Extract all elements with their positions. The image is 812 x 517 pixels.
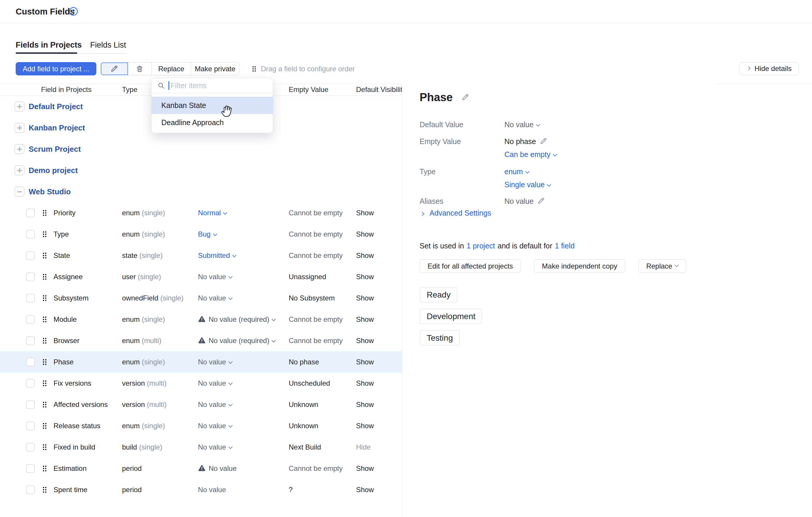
replace-button[interactable]: Replace xyxy=(151,62,191,75)
field-value-chip[interactable]: Ready xyxy=(420,287,457,302)
field-value-chip[interactable]: Development xyxy=(420,309,482,324)
visibility-cell[interactable]: Show xyxy=(356,309,374,330)
field-row[interactable]: Browser enum (multi) No value (required)… xyxy=(0,330,402,351)
drag-handle-icon[interactable] xyxy=(41,401,49,408)
field-row[interactable]: Phase enum (single) No value No phase Sh… xyxy=(0,351,402,373)
visibility-cell[interactable]: Show xyxy=(356,415,374,437)
visibility-cell[interactable]: Show xyxy=(356,224,374,245)
replace-dropdown-button[interactable]: Replace xyxy=(638,260,686,273)
drag-handle-icon[interactable] xyxy=(41,316,49,323)
default-value-cell[interactable]: No value xyxy=(198,437,232,458)
default-value-cell[interactable]: No value xyxy=(198,288,232,309)
expand-icon[interactable] xyxy=(14,123,25,133)
visibility-cell[interactable]: Show xyxy=(356,266,374,288)
field-row[interactable]: Affected versions version (multi) No val… xyxy=(0,394,402,415)
aliases-edit[interactable]: No value xyxy=(504,195,545,207)
visibility-cell[interactable]: Show xyxy=(356,394,374,415)
visibility-cell[interactable]: Show xyxy=(356,351,374,373)
expand-icon[interactable] xyxy=(14,102,25,111)
visibility-cell[interactable]: Show xyxy=(356,330,374,351)
default-value-cell[interactable]: No value (required) xyxy=(198,309,275,330)
expand-icon[interactable] xyxy=(14,144,25,154)
field-row[interactable]: Subsystem ownedField (single) No value N… xyxy=(0,288,402,309)
default-value-cell[interactable]: No value xyxy=(198,458,237,479)
edit-field-button[interactable] xyxy=(101,62,128,75)
filter-search-input[interactable]: Filter items xyxy=(152,78,273,93)
row-checkbox[interactable] xyxy=(26,230,35,239)
project-name-link[interactable]: Demo project xyxy=(29,160,78,181)
drag-handle-icon[interactable] xyxy=(41,443,49,451)
expand-icon[interactable] xyxy=(14,165,25,175)
type-dropdown[interactable]: enum xyxy=(504,166,529,178)
drag-handle-icon[interactable] xyxy=(41,337,49,345)
visibility-cell[interactable]: Show xyxy=(356,458,374,479)
field-row[interactable]: Fix versions version (multi) No value Un… xyxy=(0,373,402,394)
filter-dropdown-item[interactable]: Kanban State xyxy=(152,97,273,114)
pencil-icon[interactable] xyxy=(461,93,469,101)
drag-handle-icon[interactable] xyxy=(41,209,49,217)
visibility-cell[interactable]: Show xyxy=(356,479,374,500)
visibility-cell[interactable]: Show xyxy=(356,373,374,394)
row-checkbox[interactable] xyxy=(26,251,35,260)
project-name-link[interactable]: Default Project xyxy=(29,96,83,117)
usage-field-link[interactable]: 1 field xyxy=(555,240,575,252)
default-value-cell[interactable]: Normal xyxy=(198,202,227,224)
field-row[interactable]: Assignee user (single) No value Unassign… xyxy=(0,266,402,288)
drag-handle-icon[interactable] xyxy=(41,230,49,238)
drag-handle-icon[interactable] xyxy=(41,465,49,472)
default-value-cell[interactable]: No value xyxy=(198,266,232,288)
row-checkbox[interactable] xyxy=(26,294,35,303)
row-checkbox[interactable] xyxy=(26,485,35,494)
field-row[interactable]: Estimation period No value Cannot be emp… xyxy=(0,458,402,479)
collapse-icon[interactable] xyxy=(14,187,25,197)
row-checkbox[interactable] xyxy=(26,336,35,345)
make-independent-copy-button[interactable]: Make independent copy xyxy=(534,260,625,273)
add-field-to-project-button[interactable]: Add field to project ... xyxy=(16,62,96,75)
project-name-link[interactable]: Kanban Project xyxy=(29,117,85,138)
usage-project-link[interactable]: 1 project xyxy=(467,240,495,252)
drag-handle-icon[interactable] xyxy=(41,273,49,281)
row-checkbox[interactable] xyxy=(26,209,35,217)
field-row[interactable]: State state (single) Submitted Cannot be… xyxy=(0,245,402,266)
tab-fields-list[interactable]: Fields List xyxy=(90,40,126,52)
default-value-cell[interactable]: No value (required) xyxy=(198,330,275,351)
row-checkbox[interactable] xyxy=(26,379,35,388)
cardinality-dropdown[interactable]: Single value xyxy=(504,179,550,190)
drag-handle-icon[interactable] xyxy=(41,486,49,494)
drag-handle-icon[interactable] xyxy=(41,358,49,366)
default-value-cell[interactable]: No value xyxy=(198,479,226,500)
drag-handle-icon[interactable] xyxy=(41,379,49,387)
filter-dropdown-item[interactable]: Deadline Approach xyxy=(152,114,273,131)
field-row[interactable]: Priority enum (single) Normal Cannot be … xyxy=(0,202,402,224)
default-value-cell[interactable]: No value xyxy=(198,351,232,373)
visibility-cell[interactable]: Show xyxy=(356,245,374,266)
field-row[interactable]: Module enum (single) No value (required)… xyxy=(0,309,402,330)
drag-handle-icon[interactable] xyxy=(41,294,49,302)
drag-handle-icon[interactable] xyxy=(41,252,49,260)
field-row[interactable]: Fixed in build build (single) No value N… xyxy=(0,437,402,458)
visibility-cell[interactable]: Hide xyxy=(356,437,371,458)
hide-details-button[interactable]: Hide details xyxy=(740,62,799,75)
make-private-button[interactable]: Make private xyxy=(191,62,239,75)
default-value-cell[interactable]: No value xyxy=(198,415,232,437)
default-value-cell[interactable]: No value xyxy=(198,373,232,394)
row-checkbox[interactable] xyxy=(26,315,35,324)
project-name-link[interactable]: Scrum Project xyxy=(29,138,81,160)
visibility-cell[interactable]: Show xyxy=(356,288,374,309)
default-value-cell[interactable]: Bug xyxy=(198,224,216,245)
can-be-empty-dropdown[interactable]: Can be empty xyxy=(504,148,556,160)
default-value-cell[interactable]: Submitted xyxy=(198,245,236,266)
delete-field-button[interactable] xyxy=(128,62,152,75)
empty-value-edit[interactable]: No phase xyxy=(504,135,547,147)
field-value-chip[interactable]: Testing xyxy=(420,330,460,346)
drag-handle-icon[interactable] xyxy=(41,422,49,430)
field-row[interactable]: Type enum (single) Bug Cannot be empty S… xyxy=(0,224,402,245)
field-row[interactable]: Spent time period No value ? Show xyxy=(0,479,402,500)
row-checkbox[interactable] xyxy=(26,358,35,366)
row-checkbox[interactable] xyxy=(26,400,35,409)
row-checkbox[interactable] xyxy=(26,464,35,473)
field-row[interactable]: Release status enum (single) No value Un… xyxy=(0,415,402,437)
tab-fields-in-projects[interactable]: Fields in Projects xyxy=(16,40,82,52)
row-checkbox[interactable] xyxy=(26,421,35,430)
row-checkbox[interactable] xyxy=(26,272,35,281)
